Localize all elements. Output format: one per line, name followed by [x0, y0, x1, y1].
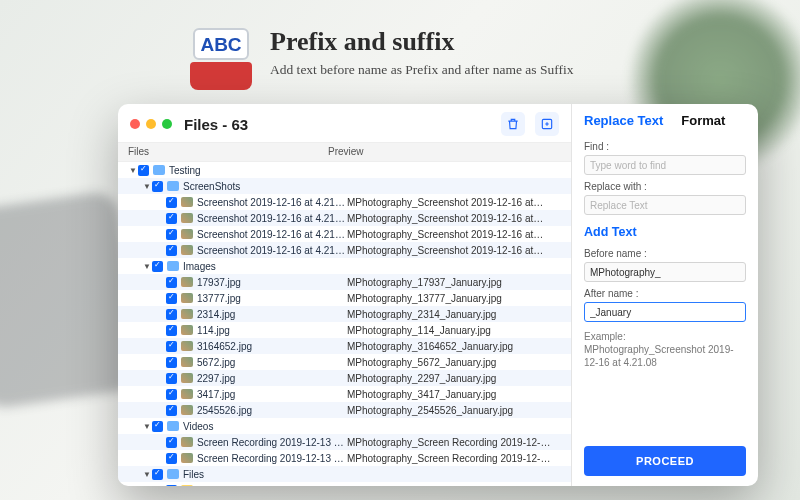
preview-name: MPhotography_2297_January.jpg: [347, 373, 571, 384]
disclosure-arrow-icon[interactable]: ▼: [142, 422, 152, 431]
checkbox[interactable]: [152, 261, 163, 272]
checkbox[interactable]: [166, 485, 177, 487]
file-icon: [181, 277, 193, 287]
tab-replace-text[interactable]: Replace Text: [584, 114, 663, 127]
file-row[interactable]: Screen Recording 2019-12-13 at 12…MPhoto…: [118, 450, 571, 466]
checkbox[interactable]: [166, 357, 177, 368]
file-name: Images: [183, 261, 347, 272]
folder-row[interactable]: ▼ScreenShots: [118, 178, 571, 194]
col-files[interactable]: Files: [128, 147, 328, 157]
preview-name: MPhotography_17937_January.jpg: [347, 277, 571, 288]
checkbox[interactable]: [166, 197, 177, 208]
trash-icon: [506, 117, 520, 131]
file-row[interactable]: Screenshot 2019-12-16 at 4.21.08…MPhotog…: [118, 194, 571, 210]
file-row[interactable]: 114.jpgMPhotography_114_January.jpg: [118, 322, 571, 338]
checkbox[interactable]: [166, 437, 177, 448]
after-name-input[interactable]: [584, 302, 746, 322]
folder-row[interactable]: ▼Images: [118, 258, 571, 274]
folder-icon: [167, 421, 179, 431]
minimize-icon[interactable]: [146, 119, 156, 129]
hero-subtitle: Add text before name as Prefix and after…: [270, 61, 573, 79]
titlebar: Files - 63: [118, 104, 571, 142]
add-button[interactable]: [535, 112, 559, 136]
column-header: Files Preview: [118, 142, 571, 162]
file-row[interactable]: 2545526.jpgMPhotography_2545526_January.…: [118, 402, 571, 418]
checkbox[interactable]: [166, 453, 177, 464]
checkbox[interactable]: [166, 405, 177, 416]
file-row[interactable]: 3164652.jpgMPhotography_3164652_January.…: [118, 338, 571, 354]
tab-format[interactable]: Format: [681, 114, 725, 127]
disclosure-arrow-icon[interactable]: ▼: [128, 166, 138, 175]
file-row[interactable]: 5672.jpgMPhotography_5672_January.jpg: [118, 354, 571, 370]
col-preview[interactable]: Preview: [328, 147, 571, 157]
file-name: General.storyboardc: [197, 485, 347, 487]
file-icon: [181, 373, 193, 383]
file-row[interactable]: 13777.jpgMPhotography_13777_January.jpg: [118, 290, 571, 306]
folder-icon: [167, 181, 179, 191]
file-row[interactable]: 2297.jpgMPhotography_2297_January.jpg: [118, 370, 571, 386]
folder-icon: [167, 469, 179, 479]
example-block: Example: MPhotography_Screenshot 2019-12…: [584, 330, 746, 369]
checkbox[interactable]: [166, 341, 177, 352]
checkbox[interactable]: [166, 325, 177, 336]
file-row[interactable]: Screenshot 2019-12-16 at 4.21.13 P…MPhot…: [118, 242, 571, 258]
file-row[interactable]: Screen Recording 2019-12-13 at 12…MPhoto…: [118, 434, 571, 450]
add-file-icon: [540, 117, 554, 131]
replace-input[interactable]: [584, 195, 746, 215]
file-name: 13777.jpg: [197, 293, 347, 304]
find-input[interactable]: [584, 155, 746, 175]
checkbox[interactable]: [166, 293, 177, 304]
file-icon: [181, 309, 193, 319]
disclosure-arrow-icon[interactable]: ▼: [142, 262, 152, 271]
file-name: Screenshot 2019-12-16 at 4.21.11 P…: [197, 229, 347, 240]
window-title: Files - 63: [184, 117, 248, 132]
folder-row[interactable]: ▼Videos: [118, 418, 571, 434]
app-window: Files - 63 Files Preview ▼Testing▼Screen…: [118, 104, 758, 486]
checkbox[interactable]: [166, 277, 177, 288]
file-name: Testing: [169, 165, 347, 176]
before-name-input[interactable]: [584, 262, 746, 282]
preview-name: MPhotography_114_January.jpg: [347, 325, 571, 336]
checkbox[interactable]: [166, 229, 177, 240]
preview-name: MPhotography_Screen Recording 2019-12-…: [347, 437, 571, 448]
find-label: Find :: [584, 141, 746, 152]
file-name: 2314.jpg: [197, 309, 347, 320]
file-icon: [181, 405, 193, 415]
preview-name: MPhotography_Screen Recording 2019-12-…: [347, 453, 571, 464]
folder-icon: [153, 165, 165, 175]
file-row[interactable]: 2314.jpgMPhotography_2314_January.jpg: [118, 306, 571, 322]
checkbox[interactable]: [166, 389, 177, 400]
file-icon: [181, 437, 193, 447]
delete-button[interactable]: [501, 112, 525, 136]
maximize-icon[interactable]: [162, 119, 172, 129]
checkbox[interactable]: [152, 469, 163, 480]
checkbox[interactable]: [152, 421, 163, 432]
file-row[interactable]: Screenshot 2019-12-16 at 4.21.11 P…MPhot…: [118, 226, 571, 242]
file-row[interactable]: Screenshot 2019-12-16 at 4.21.14…MPhotog…: [118, 210, 571, 226]
folder-row[interactable]: ▼Testing: [118, 162, 571, 178]
file-row[interactable]: ▶General.storyboardc: [118, 482, 571, 486]
file-icon: [181, 293, 193, 303]
checkbox[interactable]: [166, 373, 177, 384]
checkbox[interactable]: [152, 181, 163, 192]
disclosure-arrow-icon[interactable]: ▶: [156, 486, 166, 487]
file-tree[interactable]: ▼Testing▼ScreenShotsScreenshot 2019-12-1…: [118, 162, 571, 486]
file-row[interactable]: 17937.jpgMPhotography_17937_January.jpg: [118, 274, 571, 290]
disclosure-arrow-icon[interactable]: ▼: [142, 182, 152, 191]
file-name: Screen Recording 2019-12-13 at 12…: [197, 453, 347, 464]
preview-name: MPhotography_Screenshot 2019-12-16 at…: [347, 229, 571, 240]
folder-row[interactable]: ▼Files: [118, 466, 571, 482]
file-name: 3164652.jpg: [197, 341, 347, 352]
before-label: Before name :: [584, 248, 746, 259]
checkbox[interactable]: [166, 309, 177, 320]
file-icon: [181, 389, 193, 399]
file-name: ScreenShots: [183, 181, 347, 192]
proceed-button[interactable]: PROCEED: [584, 446, 746, 476]
disclosure-arrow-icon[interactable]: ▼: [142, 470, 152, 479]
hero-header: ABC Prefix and suffix Add text before na…: [190, 28, 573, 90]
checkbox[interactable]: [166, 213, 177, 224]
checkbox[interactable]: [166, 245, 177, 256]
close-icon[interactable]: [130, 119, 140, 129]
file-row[interactable]: 3417.jpgMPhotography_3417_January.jpg: [118, 386, 571, 402]
checkbox[interactable]: [138, 165, 149, 176]
